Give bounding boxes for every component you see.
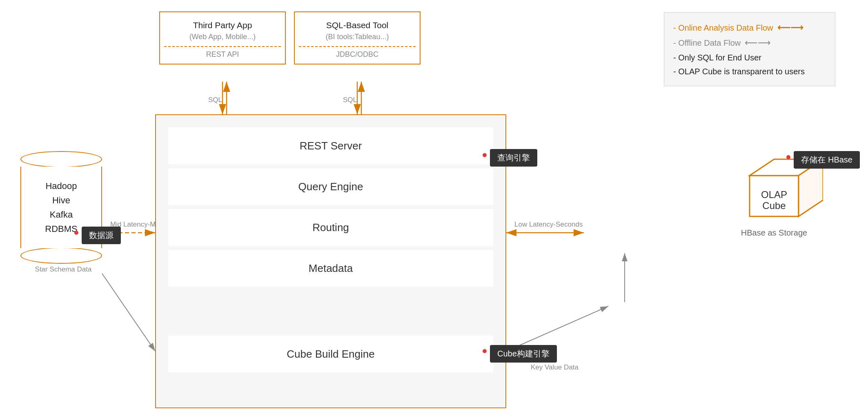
hadoop-text: Hadoop Hive Kafka RDBMS (45, 179, 77, 236)
layer-cube: Cube Build Engine (168, 336, 493, 372)
third-party-box: Third Party App (Web App, Mobile...) RES… (159, 11, 286, 65)
legend-offline: - Offline Data Flow ⟵⟶ (673, 35, 826, 50)
layer-metadata: Metadata (168, 250, 493, 287)
hbase-storage-label: HBase as Storage (721, 228, 827, 238)
data-source-badge: 数据源 (82, 227, 121, 244)
third-party-api: REST API (164, 46, 281, 59)
hadoop-label: Star Schema Data (22, 265, 104, 274)
legend-sql: - Only SQL for End User (673, 51, 826, 65)
cube-build-label: Cube构建引擎 (490, 345, 557, 363)
legend-online: - Online Analysis Data Flow ⟵⟶ (673, 20, 826, 35)
sql-label-right: SQL (343, 96, 357, 104)
legend-online-arrow: ⟵⟶ (777, 20, 803, 35)
query-engine-badge-container: 查询引擎 (490, 149, 537, 167)
query-engine-label: 查询引擎 (490, 149, 537, 167)
legend-online-label: - Online Analysis Data Flow (673, 21, 773, 35)
cylinder-bottom (20, 247, 102, 264)
cube-build-badge-container: Cube构建引擎 (490, 345, 557, 363)
svg-line-14 (102, 274, 155, 351)
layer-rest: REST Server (168, 127, 493, 164)
low-latency-label: Low Latency-Seconds (514, 220, 583, 229)
svg-text:Cube: Cube (762, 200, 786, 211)
third-party-title: Third Party App (Web App, Mobile...) (164, 20, 281, 42)
cylinder-top (20, 151, 102, 167)
layer-routing: Routing (168, 209, 493, 246)
sql-label-left: SQL (208, 96, 222, 104)
sql-tool-box: SQL-Based Tool (BI tools:Tableau...) JDB… (294, 11, 421, 65)
storage-hbase-label: 存储在 HBase (794, 151, 860, 169)
storage-hbase-badge-container: 存储在 HBase (794, 151, 860, 169)
legend-box: - Online Analysis Data Flow ⟵⟶ - Offline… (664, 12, 835, 86)
data-source-label: 数据源 (82, 227, 121, 244)
layer-query: Query Engine (168, 168, 493, 205)
hadoop-cylinder: Hadoop Hive Kafka RDBMS (20, 151, 102, 264)
cube-build-dot (483, 349, 487, 353)
legend-offline-arrow: ⟵⟶ (745, 35, 771, 50)
legend-olap: - OLAP Cube is transparent to users (673, 65, 826, 78)
svg-line-15 (506, 306, 608, 351)
svg-text:OLAP: OLAP (761, 189, 787, 200)
kylin-main-box: REST Server Query Engine Routing Metadat… (155, 114, 506, 408)
key-value-label: Key Value Data (531, 363, 579, 372)
diagram-container: - Online Analysis Data Flow ⟵⟶ - Offline… (0, 0, 868, 414)
sql-tool-api: JDBC/ODBC (299, 46, 416, 59)
data-source-dot (74, 231, 78, 235)
sql-tool-title: SQL-Based Tool (BI tools:Tableau...) (299, 20, 416, 42)
legend-offline-label: - Offline Data Flow (673, 36, 741, 50)
query-engine-dot (483, 153, 487, 157)
